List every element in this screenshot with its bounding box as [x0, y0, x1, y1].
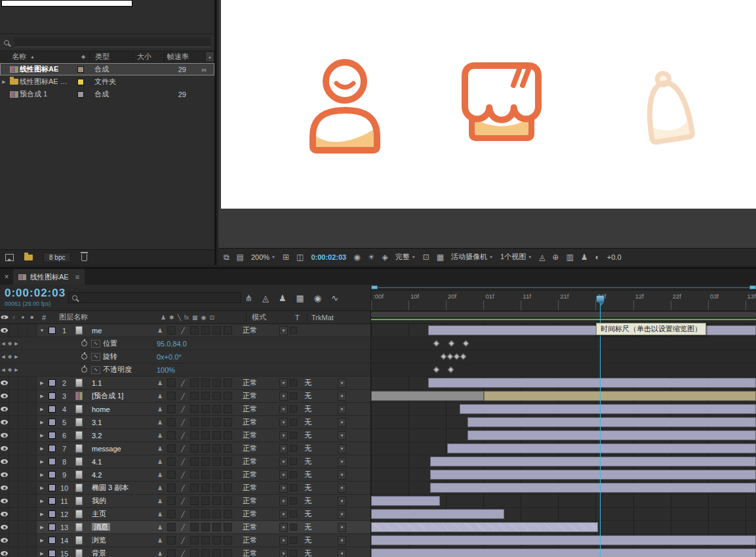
layer-duration-bar[interactable] — [428, 378, 756, 388]
layer-color-swatch[interactable] — [49, 471, 56, 478]
layer-row[interactable]: ▼1me♟╱正常▼ — [0, 324, 370, 337]
layer-expand-arrow[interactable]: ▶ — [37, 446, 47, 451]
track-row[interactable] — [371, 416, 756, 429]
quality-icon[interactable]: ╱ — [178, 406, 188, 413]
current-time-indicator[interactable] — [600, 297, 601, 557]
blend-mode-select[interactable]: 正常▼ — [241, 522, 290, 532]
layer-eye-toggle[interactable] — [0, 442, 9, 455]
shy-icon[interactable]: ♟ — [155, 393, 165, 400]
keyframe-nav-next-icon[interactable]: ▶ — [13, 354, 20, 360]
layer-row[interactable]: ▶63.2♟╱正常▼无▼ — [0, 429, 370, 442]
scroll-up-icon[interactable]: ▲ — [205, 51, 214, 62]
quality-icon[interactable]: ╱ — [178, 459, 188, 465]
switch-box[interactable] — [167, 510, 176, 518]
layer-duration-bar[interactable] — [430, 457, 756, 466]
trkmat-select[interactable]: 无▼ — [302, 483, 349, 493]
draft-3d-icon[interactable]: ◬ — [262, 293, 269, 303]
layer-duration-bar[interactable] — [371, 522, 598, 532]
layer-audio-toggle[interactable] — [9, 495, 18, 507]
track-row[interactable] — [371, 521, 756, 534]
region-of-interest-icon[interactable]: ⊡ — [423, 253, 429, 262]
switch-box[interactable] — [201, 510, 210, 518]
layer-lock-toggle[interactable] — [28, 442, 37, 455]
switch-box[interactable] — [212, 431, 221, 440]
blend-mode-select[interactable]: 正常▼ — [241, 483, 290, 493]
switch-box[interactable] — [190, 379, 199, 387]
switch-box[interactable] — [212, 444, 221, 453]
keyframe-icon[interactable] — [453, 354, 460, 360]
t-checkbox[interactable] — [290, 471, 297, 478]
layer-lock-toggle[interactable] — [28, 482, 37, 494]
shy-icon[interactable]: ♟ — [155, 380, 165, 386]
project-row[interactable]: 线性图标AE合成29∞ — [0, 63, 214, 75]
stopwatch-icon[interactable] — [81, 354, 87, 360]
project-row[interactable]: ▶线性图标AE …文件夹 — [0, 75, 214, 88]
property-row[interactable]: ◀◆▶∿旋转0x+0.0° — [0, 350, 370, 363]
layer-expand-arrow[interactable]: ▶ — [37, 512, 47, 517]
layer-eye-toggle[interactable] — [0, 390, 9, 402]
layer-audio-toggle[interactable] — [9, 534, 18, 547]
keyframe-nav-diamond-icon[interactable]: ◆ — [7, 340, 13, 346]
quality-icon[interactable]: ╱ — [178, 380, 188, 386]
layer-lock-toggle[interactable] — [28, 468, 37, 481]
shy-icon[interactable]: ♟ — [155, 406, 165, 413]
work-area-bar[interactable] — [371, 312, 756, 317]
shy-layers-icon[interactable]: ♟ — [279, 293, 287, 303]
zoom-select[interactable]: 200%▼ — [251, 253, 275, 261]
blend-mode-select[interactable]: 正常▼ — [241, 496, 290, 506]
switch-box[interactable] — [201, 484, 210, 492]
layer-color-swatch[interactable] — [49, 327, 56, 334]
column-mode[interactable]: 模式 — [246, 312, 295, 322]
blend-mode-select[interactable]: 正常▼ — [241, 391, 290, 401]
t-checkbox[interactable] — [290, 379, 297, 386]
layer-row[interactable]: ▶15背景♟╱正常▼无▼ — [0, 547, 370, 557]
switch-box[interactable] — [167, 431, 176, 440]
layer-eye-toggle[interactable] — [0, 324, 9, 337]
track-row[interactable] — [371, 403, 756, 416]
layer-duration-bar[interactable] — [371, 391, 484, 401]
switch-box[interactable] — [190, 549, 199, 557]
switch-box[interactable] — [212, 405, 221, 413]
layer-audio-toggle[interactable] — [9, 429, 18, 442]
layer-lock-toggle[interactable] — [28, 403, 37, 415]
trkmat-select[interactable]: 无▼ — [302, 548, 349, 557]
layer-lock-toggle[interactable] — [28, 429, 37, 442]
switch-box[interactable] — [212, 418, 221, 426]
trkmat-select[interactable]: 无▼ — [302, 470, 349, 480]
switch-box[interactable] — [190, 470, 199, 479]
trkmat-select[interactable]: 无▼ — [302, 391, 349, 401]
switch-box[interactable] — [167, 379, 176, 387]
quality-icon[interactable]: ╱ — [178, 472, 188, 478]
switch-box[interactable] — [212, 484, 221, 492]
keyframe-icon[interactable] — [448, 340, 454, 347]
switch-box[interactable] — [201, 497, 210, 505]
timeline-button-icon[interactable]: ▥ — [566, 253, 573, 262]
fast-previews-icon[interactable]: ⊕ — [552, 253, 559, 262]
switch-box[interactable] — [190, 326, 199, 335]
layer-solo-toggle[interactable] — [18, 377, 28, 389]
layer-duration-bar[interactable] — [371, 496, 440, 506]
layer-audio-toggle[interactable] — [9, 455, 18, 468]
track-row[interactable] — [371, 534, 756, 547]
time-ruler[interactable]: :00f10f20f01f11f21f02f12f22f03f13f — [371, 291, 756, 311]
layer-expand-arrow[interactable]: ▶ — [37, 472, 47, 478]
switch-box[interactable] — [212, 470, 221, 479]
layer-color-swatch[interactable] — [49, 537, 56, 544]
switch-box[interactable] — [167, 484, 176, 492]
layer-row[interactable]: ▶13消息♟╱正常▼无▼ — [0, 521, 370, 534]
layer-color-swatch[interactable] — [49, 405, 56, 413]
t-checkbox[interactable] — [290, 458, 297, 465]
shy-icon[interactable]: ♟ — [155, 511, 165, 518]
column-name[interactable]: 名称 ▲ — [0, 52, 77, 62]
graph-editor-icon[interactable]: ∿ — [331, 293, 338, 303]
viewer-timecode[interactable]: 0:00:02:03 — [311, 253, 346, 261]
layer-audio-toggle[interactable] — [9, 377, 18, 389]
exposure-value[interactable]: +0.0 — [607, 253, 622, 261]
layer-duration-bar[interactable] — [468, 417, 756, 427]
trkmat-select[interactable]: 无▼ — [302, 509, 349, 519]
t-checkbox[interactable] — [290, 445, 297, 452]
layer-color-swatch[interactable] — [49, 445, 56, 452]
quality-icon[interactable]: ╱ — [178, 537, 188, 544]
switch-box[interactable] — [167, 444, 176, 453]
stopwatch-icon[interactable] — [81, 367, 87, 373]
